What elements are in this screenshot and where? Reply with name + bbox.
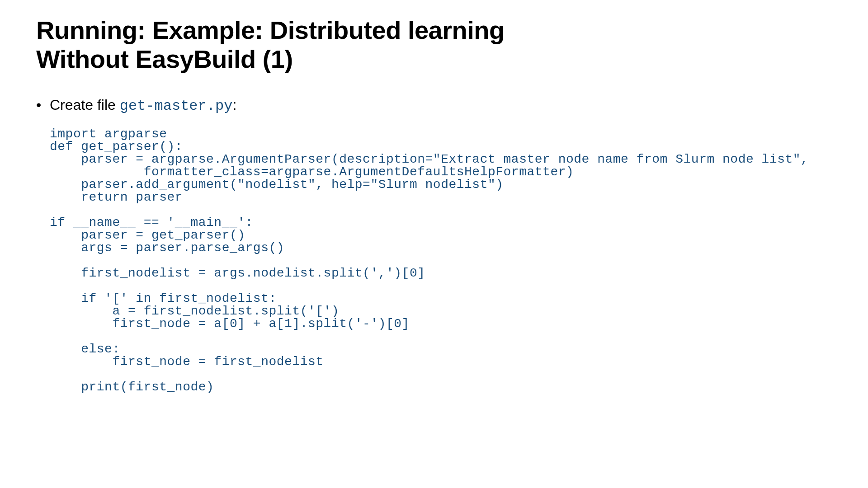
bullet-text-suffix: : [232,97,236,113]
slide-title: Running: Example: Distributed learning W… [36,16,832,74]
bullet-item: Create file get-master.py: [36,97,832,114]
filename-text: get-master.py [120,98,233,114]
title-line-1: Running: Example: Distributed learning [36,16,505,44]
code-block: import argparse def get_parser(): parser… [36,128,832,394]
title-line-2: Without EasyBuild (1) [36,45,293,73]
bullet-text-prefix: Create file [50,97,120,113]
